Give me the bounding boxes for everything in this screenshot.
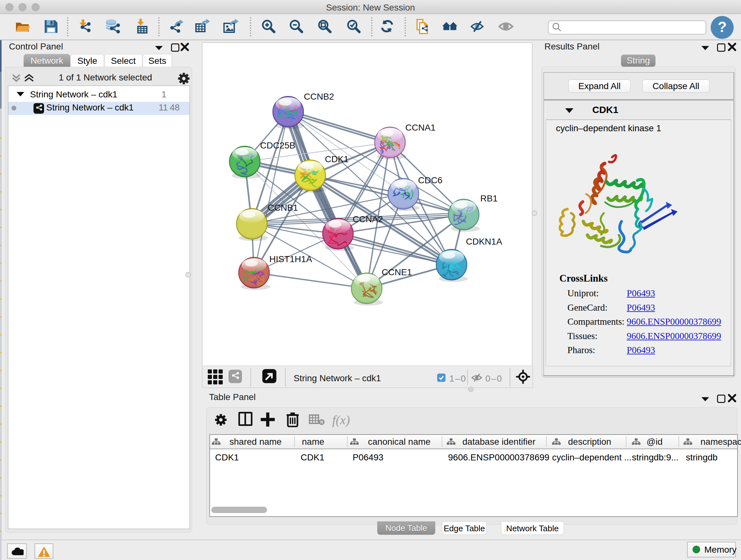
svg-text:CCNB1: CCNB1 bbox=[268, 203, 298, 212]
svg-text:CDK1: CDK1 bbox=[325, 154, 349, 164]
svg-text:CDC6: CDC6 bbox=[418, 175, 442, 185]
svg-text:CCNE1: CCNE1 bbox=[382, 267, 412, 277]
svg-text:CCNA2: CCNA2 bbox=[353, 214, 383, 224]
svg-text:RB1: RB1 bbox=[480, 193, 497, 203]
svg-text:?: ? bbox=[718, 18, 727, 35]
svg-text:CCNA1: CCNA1 bbox=[405, 123, 435, 132]
svg-text:CDC25B: CDC25B bbox=[260, 140, 295, 150]
svg-text:CCNB2: CCNB2 bbox=[304, 91, 334, 102]
svg-text:CDKN1A: CDKN1A bbox=[466, 237, 502, 246]
svg-text:HIST1H1A: HIST1H1A bbox=[269, 254, 312, 264]
